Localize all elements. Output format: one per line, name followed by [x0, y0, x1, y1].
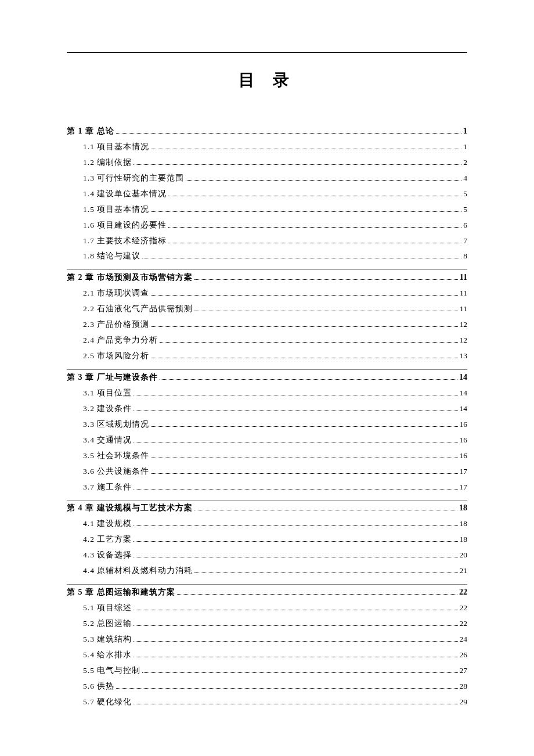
leader-dots	[177, 594, 458, 595]
toc-section: 2.4 产品竞争力分析12	[67, 334, 467, 347]
section-label: 3.5 社会环境条件	[83, 450, 149, 462]
section-label: 5.6 供热	[83, 681, 114, 693]
section-page: 4	[463, 172, 467, 185]
leader-dots	[134, 625, 457, 626]
leader-dots	[134, 164, 461, 165]
chapter-page: 18	[459, 503, 467, 513]
section-page: 14	[460, 387, 468, 399]
toc-section: 2.1 市场现状调查11	[67, 287, 467, 300]
leader-dots	[142, 672, 457, 673]
section-label: 2.3 产品价格预测	[83, 319, 149, 331]
leader-dots	[194, 311, 458, 311]
toc-section: 4.1 建设规模18	[67, 518, 467, 530]
leader-dots	[151, 426, 457, 427]
toc-section: 1.5 项目基本情况5	[67, 204, 467, 216]
section-label: 3.4 交通情况	[83, 434, 132, 447]
toc-section: 1.1 项目基本情况1	[67, 141, 467, 153]
leader-dots	[160, 379, 458, 380]
chapter-page: 11	[460, 273, 467, 282]
toc-section: 1.6 项目建设的必要性6	[67, 219, 467, 232]
toc-section: 5.7 硬化绿化29	[67, 696, 467, 708]
leader-dots	[134, 489, 457, 489]
toc-title: 目 录	[67, 69, 467, 91]
toc-chapter: 第 4 章 建设规模与工艺技术方案18	[67, 503, 467, 513]
leader-dots	[151, 149, 461, 149]
section-label: 1.7 主要技术经济指标	[83, 235, 167, 247]
section-page: 28	[460, 681, 468, 693]
toc-section: 2.5 市场风险分析13	[67, 350, 467, 362]
toc-section: 4.4 原辅材料及燃料动力消耗21	[67, 565, 467, 577]
chapter-page: 22	[459, 588, 467, 597]
section-page: 16	[460, 450, 468, 462]
leader-dots	[134, 641, 457, 642]
toc-section: 5.1 项目综述22	[67, 602, 467, 614]
chapter-label: 第 3 章 厂址与建设条件	[67, 372, 158, 383]
section-label: 1.2 编制依据	[83, 157, 132, 169]
toc-chapter: 第 5 章 总图运输和建筑方案22	[67, 587, 467, 597]
section-page: 16	[460, 434, 468, 447]
toc-section: 3.2 建设条件14	[67, 403, 467, 415]
section-label: 2.1 市场现状调查	[83, 287, 149, 300]
toc-section: 1.3 可行性研究的主要范围4	[67, 172, 467, 185]
section-label: 4.4 原辅材料及燃料动力消耗	[83, 565, 193, 577]
section-label: 1.3 可行性研究的主要范围	[83, 172, 184, 185]
header-rule	[67, 52, 467, 53]
section-page: 13	[460, 350, 468, 362]
chapter-label: 第 1 章 总论	[67, 126, 114, 136]
toc-section: 1.4 建设单位基本情况5	[67, 188, 467, 200]
leader-dots	[151, 295, 458, 296]
section-page: 5	[463, 188, 467, 200]
chapter-page: 14	[459, 373, 467, 382]
leader-dots	[151, 358, 457, 358]
section-label: 3.6 公共设施条件	[83, 466, 149, 478]
leader-dots	[134, 525, 457, 526]
section-label: 1.1 项目基本情况	[83, 141, 149, 153]
toc-section: 3.7 施工条件17	[67, 481, 467, 494]
leader-dots	[116, 133, 462, 134]
section-page: 8	[463, 250, 467, 262]
section-page: 22	[460, 618, 468, 630]
section-label: 3.7 施工条件	[83, 481, 132, 494]
toc-section: 1.8 结论与建议8	[67, 250, 467, 262]
toc-section: 3.5 社会环境条件16	[67, 450, 467, 462]
section-label: 1.5 项目基本情况	[83, 204, 149, 216]
section-page: 6	[463, 219, 467, 232]
toc-section: 5.6 供热28	[67, 681, 467, 693]
leader-dots	[151, 458, 457, 458]
section-page: 17	[460, 466, 468, 478]
section-page: 27	[460, 665, 468, 677]
section-page: 24	[460, 633, 468, 646]
section-page: 7	[463, 235, 467, 247]
chapter-label: 第 4 章 建设规模与工艺技术方案	[67, 503, 193, 513]
toc-section: 4.2 工艺方案18	[67, 534, 467, 546]
leader-dots	[134, 704, 457, 704]
leader-dots	[134, 395, 457, 395]
leader-dots	[151, 326, 457, 327]
section-page: 14	[460, 403, 468, 415]
section-page: 12	[460, 319, 468, 331]
leader-dots	[134, 610, 457, 610]
section-page: 12	[460, 334, 468, 347]
section-label: 4.2 工艺方案	[83, 534, 132, 546]
leader-dots	[134, 411, 457, 411]
leader-dots	[151, 473, 457, 474]
leader-dots	[186, 180, 461, 181]
section-label: 4.1 建设规模	[83, 518, 132, 530]
toc-section: 1.7 主要技术经济指标7	[67, 235, 467, 247]
section-label: 5.7 硬化绿化	[83, 696, 132, 708]
section-page: 5	[463, 204, 467, 216]
section-label: 1.4 建设单位基本情况	[83, 188, 167, 200]
section-label: 3.3 区域规划情况	[83, 419, 149, 431]
toc-section: 2.2 石油液化气产品供需预测11	[67, 303, 467, 315]
section-page: 1	[463, 141, 467, 153]
section-page: 18	[460, 518, 468, 530]
leader-dots	[194, 279, 458, 280]
toc-section: 5.4 给水排水26	[67, 649, 467, 661]
toc-section: 3.1 项目位置14	[67, 387, 467, 399]
section-label: 1.6 项目建设的必要性	[83, 219, 167, 232]
toc-chapter: 第 2 章 市场预测及市场营销方案11	[67, 272, 467, 283]
section-label: 2.2 石油液化气产品供需预测	[83, 303, 193, 315]
toc-group: 第 3 章 厂址与建设条件143.1 项目位置143.2 建设条件143.3 区…	[67, 372, 467, 501]
section-label: 3.2 建设条件	[83, 403, 132, 415]
toc-group: 第 5 章 总图运输和建筑方案225.1 项目综述225.2 总图运输225.3…	[67, 587, 467, 715]
